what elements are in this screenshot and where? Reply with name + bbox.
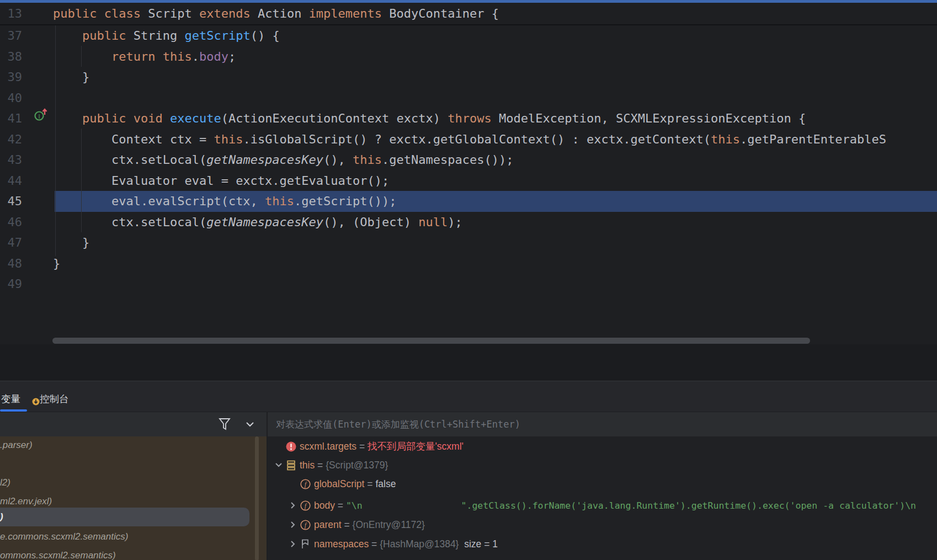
frames-vertical-scrollbar[interactable] xyxy=(255,436,259,560)
code-line-text: ctx.setLocal(getNamespacesKey(), this.ge… xyxy=(53,150,513,170)
frames-panel[interactable]: .parser)l2)ml2.env.jexl))e.commons.scxml… xyxy=(0,436,267,560)
code-line-37: 37 public String getScript() { xyxy=(0,25,937,46)
sticky-line-class-declaration[interactable]: 13public class Script extends Action imp… xyxy=(0,3,937,25)
line-number: 37 xyxy=(3,25,22,46)
code-line-text: eval.evalScript(ctx, this.getScript()); xyxy=(53,191,397,212)
code-line-44: 44 Evaluator eval = exctx.getEvaluator()… xyxy=(0,170,937,191)
code-line-text: return this.body; xyxy=(53,46,236,67)
stack-frame[interactable]: e.commons.scxml2.semantics) xyxy=(0,527,254,546)
stack-frame[interactable]: .parser) xyxy=(0,436,254,455)
tab-variables[interactable]: 变量 xyxy=(1,392,20,406)
line-number: 49 xyxy=(3,274,22,295)
variable-row-scxml-targets[interactable]: scxml.targets = 找不到局部变量'scxml' xyxy=(268,437,937,456)
variable-name: parent xyxy=(314,519,342,531)
tab-console-label: 控制台 xyxy=(40,393,69,404)
tab-variables-label: 变量 xyxy=(1,393,20,404)
variable-name: this xyxy=(300,460,315,471)
code-line-text: public class Script extends Action imple… xyxy=(53,3,499,24)
variable-name: namespaces xyxy=(314,538,369,550)
field-icon: f xyxy=(300,500,311,511)
line-number: 43 xyxy=(3,150,22,170)
code-line-43: 43 ctx.setLocal(getNamespacesKey(), this… xyxy=(0,150,937,170)
code-line-38: 38 return this.body; xyxy=(0,46,937,67)
variable-name: scxml.targets xyxy=(300,441,356,452)
field-icon: f xyxy=(300,479,311,489)
debugger-toolbar-row: 对表达式求值(Enter)或添加监视(Ctrl+Shift+Enter) xyxy=(0,412,937,437)
variable-row-body[interactable]: fbody = "\n ".getClass().forName('java.l… xyxy=(268,496,937,515)
object-value-icon xyxy=(286,460,296,471)
console-output-badge-icon xyxy=(32,398,40,406)
line-number: 41 xyxy=(3,108,22,129)
code-line-49: 49 xyxy=(0,274,937,295)
debugger-tab-bar: 变量 控制台 xyxy=(0,381,937,412)
filter-funnel-icon[interactable] xyxy=(218,417,231,431)
variable-row-namespaces[interactable]: namespaces = {HashMap@1384} size = 1 xyxy=(268,535,937,553)
variables-panel[interactable]: scxml.targets = 找不到局部变量'scxml' this = {S… xyxy=(268,436,937,560)
stack-frame-selected[interactable]: ) xyxy=(0,508,249,526)
code-line-text: public String getScript() { xyxy=(53,25,280,46)
variable-row-globalScript[interactable]: fglobalScript = false xyxy=(268,474,937,493)
filter-options-chevron-down-icon[interactable] xyxy=(245,420,255,428)
line-number: 39 xyxy=(3,67,22,88)
svg-text:f: f xyxy=(304,502,307,509)
override-method-gutter-icon[interactable]: I xyxy=(33,108,50,122)
line-number: 38 xyxy=(3,46,22,67)
line-number: 40 xyxy=(3,88,22,109)
svg-text:f: f xyxy=(304,480,307,488)
error-icon xyxy=(286,441,296,452)
line-number: 47 xyxy=(3,232,22,253)
line-number: 46 xyxy=(3,212,22,233)
line-number: 48 xyxy=(3,253,22,274)
horizontal-scrollbar[interactable] xyxy=(52,338,810,344)
code-line-text: public void execute(ActionExecutionConte… xyxy=(53,108,806,129)
debug-tool-window: 变量 控制台 对表达式求值(Enter)或添加监视(Ctrl+Shift+Ent… xyxy=(0,381,937,560)
svg-text:I: I xyxy=(38,113,40,120)
flag-icon xyxy=(301,539,310,549)
line-number: 45 xyxy=(3,191,22,212)
stack-frame[interactable] xyxy=(0,455,254,473)
code-line-47: 47 } xyxy=(0,232,937,253)
code-line-text: Evaluator eval = exctx.getEvaluator(); xyxy=(53,170,389,191)
code-line-45: 45 eval.evalScript(ctx, this.getScript()… xyxy=(0,191,937,212)
code-line-text: } xyxy=(53,253,60,274)
variable-row-parent[interactable]: fparent = {OnEntry@1172} xyxy=(268,515,937,534)
code-line-46: 46 ctx.setLocal(getNamespacesKey(), (Obj… xyxy=(0,212,937,233)
code-line-42: 42 Context ctx = this.isGlobalScript() ?… xyxy=(0,129,937,150)
editor-bottom-gap xyxy=(0,344,937,381)
line-number: 42 xyxy=(3,129,22,150)
variable-name: globalScript xyxy=(314,478,364,490)
stack-frame[interactable]: ommons.scxml2.semantics) xyxy=(0,546,254,560)
code-line-text: } xyxy=(53,232,89,253)
code-line-text: ctx.setLocal(getNamespacesKey(), (Object… xyxy=(53,212,462,233)
ide-window: 13public class Script extends Action imp… xyxy=(0,0,937,560)
code-line-text: Context ctx = this.isGlobalScript() ? ex… xyxy=(53,129,886,150)
variable-row-this[interactable]: this = {Script@1379} xyxy=(268,456,937,474)
evaluate-expression-input[interactable]: 对表达式求值(Enter)或添加监视(Ctrl+Shift+Enter) xyxy=(276,418,520,431)
field-icon: f xyxy=(300,520,311,530)
tab-console[interactable]: 控制台 xyxy=(40,392,69,406)
chevron-right-icon[interactable] xyxy=(289,520,297,529)
code-line-48: 48} xyxy=(0,253,937,274)
chevron-right-icon[interactable] xyxy=(289,540,297,548)
code-editor[interactable]: 13public class Script extends Action imp… xyxy=(0,3,937,344)
code-line-41: 41 public void execute(ActionExecutionCo… xyxy=(0,108,937,129)
code-line-39: 39 } xyxy=(0,67,937,88)
line-number: 44 xyxy=(3,170,22,191)
code-line-text: } xyxy=(53,67,89,88)
chevron-right-icon[interactable] xyxy=(289,501,297,510)
variable-name: body xyxy=(314,500,335,511)
stack-frame[interactable]: l2) xyxy=(0,473,254,492)
code-line-40: 40 xyxy=(0,88,937,109)
svg-text:f: f xyxy=(304,521,307,529)
line-number: 13 xyxy=(3,3,22,24)
chevron-down-icon[interactable] xyxy=(274,461,283,470)
